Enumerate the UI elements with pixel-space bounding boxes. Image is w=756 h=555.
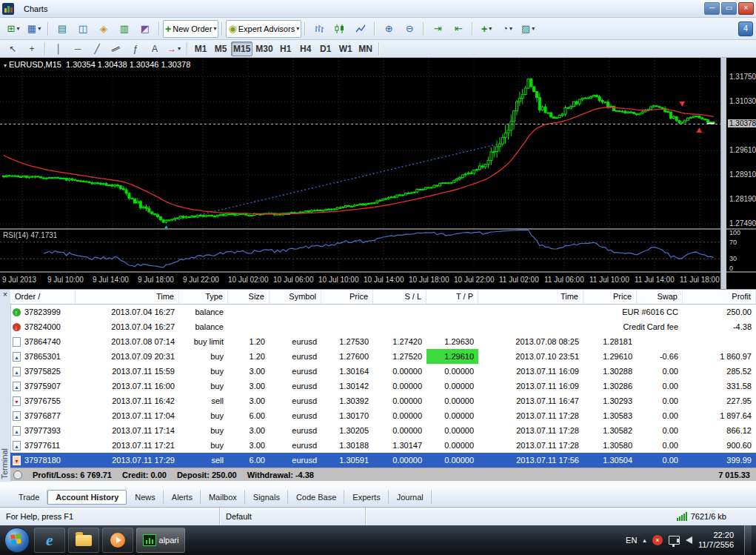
column-header-s-l[interactable]: S / L [373,290,426,304]
symbol: eurusd [270,408,321,423]
candlestick-chart[interactable] [0,58,720,228]
column-header-time[interactable]: Time [478,290,583,304]
cursor-button[interactable]: ↖ [3,41,22,56]
crosshair-button[interactable]: + [22,41,41,56]
order-type-icon [13,308,21,316]
fibonacci-button[interactable]: ƒ [126,41,145,56]
chart-shift-button[interactable]: ⇤ [448,20,469,38]
bar-chart-button[interactable] [309,20,330,38]
horizontal-line-button[interactable]: ─ [68,41,87,56]
history-row[interactable]: 379781802013.07.11 17:29sell6.00eurusd1.… [10,453,756,468]
history-row[interactable]: 379776112013.07.11 17:21buy3.00eurusd1.3… [10,438,756,453]
taskbar-file-explorer[interactable] [68,528,99,553]
tab-alerts[interactable]: Alerts [164,490,201,505]
indicators-icon: + [481,23,487,35]
column-header-symbol[interactable]: Symbol [270,290,321,304]
market-watch-button[interactable]: ▤ [52,20,73,38]
column-header-type[interactable]: Type [179,290,228,304]
zoom-out-button[interactable]: ⊖ [399,20,420,38]
history-row[interactable]: 378240002013.07.04 16:27balanceCredit Ca… [10,319,756,334]
history-row[interactable]: 379773932013.07.11 17:14buy3.00eurusd1.3… [10,423,756,438]
restore-button[interactable]: ▭ [721,2,737,15]
column-header-order[interactable]: Order / [10,290,76,304]
history-row[interactable]: 379758252013.07.11 15:59buy3.00eurusd1.3… [10,364,756,379]
column-header-size[interactable]: Size [228,290,270,304]
column-header-swap[interactable]: Swap [637,290,683,304]
timeframe-w1[interactable]: W1 [336,41,355,56]
close-time: 2013.07.11 16:09 [478,364,583,379]
timeframe-mn[interactable]: MN [356,41,375,56]
take-profit: 1.29630 [426,334,478,349]
chart-area[interactable]: ▾EURUSD,M15 1.30354 1.30438 1.30346 1.30… [0,58,756,289]
column-header-time[interactable]: Time [76,290,179,304]
start-button[interactable] [4,528,30,553]
new-order-button[interactable]: + New Order ▾ [163,20,218,38]
periods-button[interactable]: ◔▾ [497,20,518,38]
timeframe-h4[interactable]: H4 [296,41,315,56]
status-profile[interactable]: Default [226,512,252,521]
arrows-button[interactable]: →▾ [164,41,184,56]
menu-charts[interactable]: Charts [17,2,59,16]
strategy-tester-button[interactable]: ◩ [135,20,155,38]
expert-advisors-button[interactable]: ◉ Expert Advisors ▾ [226,20,301,38]
zoom-in-button[interactable]: ⊕ [378,20,399,38]
line-chart-button[interactable] [350,20,371,38]
channel-button[interactable]: ∥ [107,41,126,56]
taskbar-internet-explorer[interactable]: e [34,528,65,553]
tab-journal[interactable]: Journal [389,490,432,505]
history-row[interactable]: 379767552013.07.11 16:42sell3.00eurusd1.… [10,393,756,408]
column-header-profit[interactable]: Profit [683,290,756,304]
language-indicator[interactable]: EN [626,536,637,545]
column-header-t-p[interactable]: T / P [426,290,478,304]
timeframe-m30[interactable]: M30 [253,41,275,56]
taskbar-alpari-app[interactable]: alpari [136,528,185,553]
terminal-close-icon[interactable]: × [1,290,10,299]
history-row[interactable]: 378239992013.07.04 16:27balanceEUR #6016… [10,305,756,319]
history-row[interactable]: 379759072013.07.11 16:00buy3.00eurusd1.3… [10,379,756,393]
close-button[interactable]: × [738,2,754,15]
chevron-down-icon: ▾ [532,25,535,32]
tab-code-base[interactable]: Code Base [288,490,344,505]
tray-expand-icon[interactable]: ▴ [643,536,646,544]
timeframe-h1[interactable]: H1 [276,41,295,56]
open-time: 2013.07.11 17:29 [76,453,179,468]
history-row[interactable]: 378647402013.07.08 07:14buy limit1.20eur… [10,334,756,349]
taskbar-clock[interactable]: 22:20 11/7/2556 [698,531,734,550]
indicators-button[interactable]: +▾ [476,20,497,38]
tab-mailbox[interactable]: Mailbox [201,490,245,505]
timeframe-d1[interactable]: D1 [316,41,335,56]
auto-scroll-button[interactable]: ⇥ [427,20,448,38]
minimize-button[interactable]: ─ [704,2,720,15]
rsi-indicator-pane[interactable] [0,230,720,271]
tab-signals[interactable]: Signals [245,490,288,505]
history-row[interactable]: 379768772013.07.11 17:04buy6.00eurusd1.3… [10,408,756,423]
taskbar-media-player[interactable] [102,528,133,553]
data-window-button[interactable]: ◫ [73,20,93,38]
volume-icon[interactable] [686,536,692,544]
column-header-price[interactable]: Price [583,290,637,304]
new-chart-button[interactable]: ⊞▾ [3,20,24,38]
timeframe-m15[interactable]: M15 [231,41,252,56]
terminal-button[interactable]: ▥ [114,20,135,38]
tab-account-history[interactable]: Account History [47,490,127,505]
timeframe-m5[interactable]: M5 [211,41,230,56]
order-type-icon [13,456,21,465]
profiles-button[interactable]: ▦▾ [24,20,44,38]
navigator-button[interactable]: ◈ [93,20,114,38]
tab-experts[interactable]: Experts [344,490,388,505]
profit: 1 897.64 [683,408,756,423]
chart-scrollbar[interactable] [720,58,726,289]
column-header-price[interactable]: Price [321,290,373,304]
timeframe-m1[interactable]: M1 [191,41,210,56]
templates-button[interactable]: ▨▾ [518,20,538,38]
vertical-line-button[interactable]: │ [49,41,68,56]
tab-trade[interactable]: Trade [10,490,47,505]
candlestick-chart-button[interactable] [330,20,350,38]
trendline-button[interactable]: ╱ [87,41,107,56]
tab-news[interactable]: News [127,490,164,505]
tray-alert-icon[interactable]: × [652,535,663,545]
text-button[interactable]: A [145,41,164,56]
history-row[interactable]: 378653012013.07.09 20:31buy1.20eurusd1.2… [10,349,756,364]
notification-badge[interactable]: 4 [738,21,753,36]
show-desktop-button[interactable] [744,525,752,555]
